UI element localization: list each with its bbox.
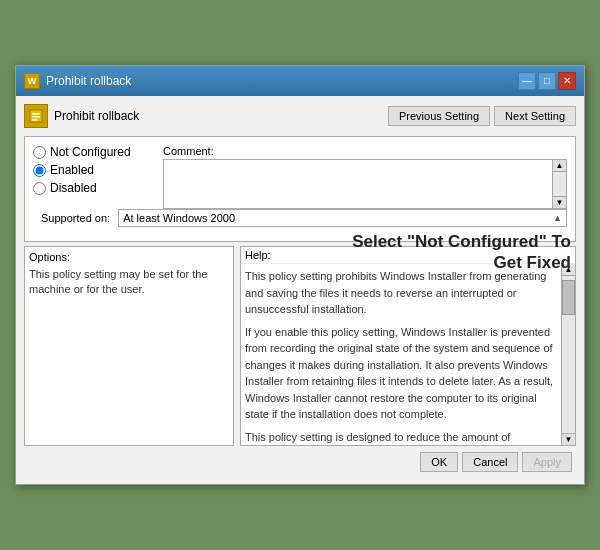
comment-scroll-down[interactable]: ▼ xyxy=(553,196,566,208)
comment-textarea[interactable] xyxy=(164,160,552,205)
nav-buttons: Previous Setting Next Setting xyxy=(388,106,576,126)
help-scroll-track xyxy=(562,276,575,433)
not-configured-option[interactable]: Not Configured xyxy=(33,145,163,159)
supported-dropdown-icon[interactable]: ▲ xyxy=(553,213,562,223)
enabled-option[interactable]: Enabled xyxy=(33,163,163,177)
supported-value-text: At least Windows 2000 xyxy=(123,212,235,224)
help-scroll-down[interactable]: ▼ xyxy=(562,433,575,445)
main-window: W Prohibit rollback — □ ✕ P xyxy=(15,65,585,485)
help-scroll-thumb[interactable] xyxy=(562,280,575,315)
comment-section: Comment: ▲ ▼ xyxy=(163,145,567,209)
help-panel: Help: This policy setting prohibits Wind… xyxy=(240,246,576,446)
help-scrollbar: ▲ ▼ xyxy=(561,264,575,445)
window-title: Prohibit rollback xyxy=(46,74,131,88)
title-bar: W Prohibit rollback — □ ✕ xyxy=(16,66,584,96)
svg-rect-1 xyxy=(32,113,40,115)
options-content: This policy setting may be set for the m… xyxy=(29,267,229,298)
comment-scroll-track xyxy=(553,172,566,196)
callout-line1: Select "Not Configured" To xyxy=(352,231,571,252)
cancel-button[interactable]: Cancel xyxy=(462,452,518,472)
previous-setting-button[interactable]: Previous Setting xyxy=(388,106,490,126)
title-controls: — □ ✕ xyxy=(518,72,576,90)
settings-panel: Not Configured Enabled Disabled Comment: xyxy=(24,136,576,242)
supported-value-box: At least Windows 2000 ▲ xyxy=(118,209,567,227)
content-area: Prohibit rollback Previous Setting Next … xyxy=(16,96,584,484)
window-icon: W xyxy=(24,73,40,89)
panels-wrapper: Options: This policy setting may be set … xyxy=(24,246,576,446)
close-button[interactable]: ✕ xyxy=(558,72,576,90)
header-left: Prohibit rollback xyxy=(24,104,139,128)
comment-label: Comment: xyxy=(163,145,567,157)
help-inner: This policy setting prohibits Windows In… xyxy=(241,264,575,445)
policy-title: Prohibit rollback xyxy=(54,109,139,123)
minimize-button[interactable]: — xyxy=(518,72,536,90)
disabled-radio[interactable] xyxy=(33,182,46,195)
footer: OK Cancel Apply xyxy=(24,446,576,476)
supported-section: Supported on: At least Windows 2000 ▲ xyxy=(33,209,567,227)
svg-rect-3 xyxy=(32,119,37,121)
callout-line2: Get Fixed xyxy=(352,252,571,273)
supported-label: Supported on: xyxy=(41,212,110,224)
options-panel: Options: This policy setting may be set … xyxy=(24,246,234,446)
comment-scrollbar: ▲ ▼ xyxy=(552,160,566,208)
ok-button[interactable]: OK xyxy=(420,452,458,472)
svg-rect-2 xyxy=(32,116,40,118)
policy-icon xyxy=(24,104,48,128)
options-label: Options: xyxy=(29,251,229,263)
radio-group: Not Configured Enabled Disabled xyxy=(33,145,163,201)
enabled-radio[interactable] xyxy=(33,164,46,177)
apply-button[interactable]: Apply xyxy=(522,452,572,472)
next-setting-button[interactable]: Next Setting xyxy=(494,106,576,126)
maximize-button[interactable]: □ xyxy=(538,72,556,90)
comment-scroll-up[interactable]: ▲ xyxy=(553,160,566,172)
title-bar-left: W Prohibit rollback xyxy=(24,73,131,89)
callout-text: Select "Not Configured" To Get Fixed xyxy=(352,231,571,274)
not-configured-radio[interactable] xyxy=(33,146,46,159)
disabled-option[interactable]: Disabled xyxy=(33,181,163,195)
help-content: This policy setting prohibits Windows In… xyxy=(241,264,561,445)
header-section: Prohibit rollback Previous Setting Next … xyxy=(24,104,576,128)
